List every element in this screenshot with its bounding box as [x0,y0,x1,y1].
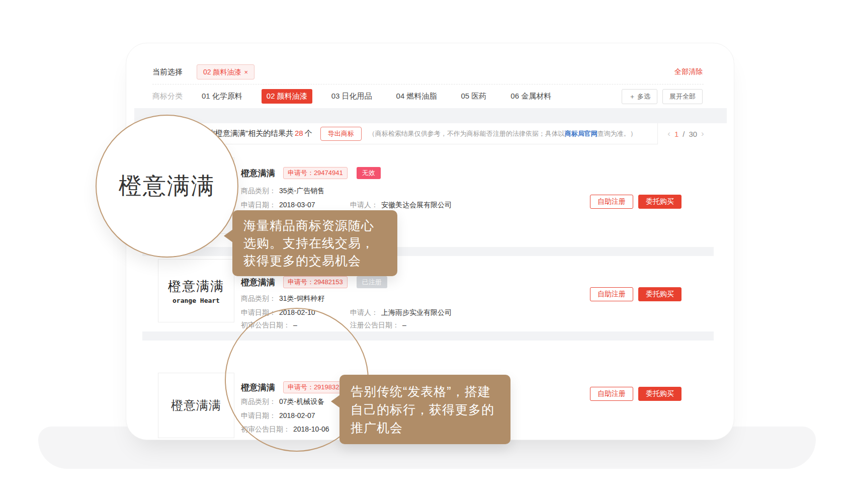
next-page-icon[interactable]: › [701,129,704,139]
row2-category-line: 商品类别：31类-饲料种籽 [241,294,623,303]
disclaimer-note: （商标检索结果仅供参考，不作为商标能否注册的法律依据；具体以商标局官网查询为准。… [369,129,637,138]
trademark-image-2: 橙意满满 orange Heart [158,259,234,322]
tooltip-text: 告别传统“发表格”，搭建自己的标行，获得更多的推广机会 [351,384,494,435]
total-pages: 30 [689,130,697,138]
section-gap [134,108,727,123]
expand-all-button[interactable]: 展开全部 [662,89,703,104]
category-tab-02-selected[interactable]: 02 颜料油漆 [262,89,312,104]
row1-category-line: 商品类别：35类-广告销售 [241,187,623,196]
self-register-button[interactable]: 自助注册 [590,387,633,401]
category-row: 商标分类 01 化学原料 02 颜料油漆 03 日化用品 04 燃料油脂 05 … [142,85,714,108]
row1-title-line: 橙意满满 申请号：29474941 无效 [241,167,623,179]
selected-filter-chip[interactable]: 02 颜料油漆× [197,64,254,79]
result-row-2: 橙意满满 orange Heart 橙意满满 申请号：29482153 已注册 … [142,256,714,331]
application-number-chip: 申请号：29474941 [283,167,348,179]
row1-date-line: 申请日期：2018-03-07 申请人：安徽美达会展有限公司 [241,201,623,210]
results-header: 当前分类下检索到“橙意满满”相关的结果共28个 导出商标 （商标检索结果仅供参考… [142,123,714,144]
self-register-button[interactable]: 自助注册 [590,287,633,301]
category-label: 商标分类 [152,92,183,101]
export-trademark-button[interactable]: 导出商标 [320,127,362,141]
trademark-image-3: 橙意满满 [158,373,234,438]
current-selection-label: 当前选择 [152,67,183,77]
page: 当前选择 02 颜料油漆× 全部清除 商标分类 01 化学原料 02 颜料油漆 … [0,0,853,504]
application-number-chip: 申请号：29482153 [283,276,348,288]
clear-all-button[interactable]: 全部清除 [674,67,703,76]
filter-chip-label: 02 颜料油漆 [203,68,241,76]
magnifier-lens: 橙意满满 [96,115,238,258]
pagination: ‹ 1 / 30 › [657,123,714,144]
trademark-office-link[interactable]: 商标局官网 [565,130,598,137]
callout-tooltip-1: 海量精品商标资源随心选购。支持在线交易，获得更多的交易机会 [232,210,397,276]
category-tab-04[interactable]: 04 燃料油脂 [391,89,442,104]
current-selection-row: 当前选择 02 颜料油漆× 全部清除 [142,60,714,84]
category-tab-05[interactable]: 05 医药 [456,89,491,104]
status-badge-registered: 已注册 [357,276,387,288]
results-count: 28 [295,129,303,137]
multi-select-button[interactable]: ＋ 多选 [622,89,657,104]
lens-trademark-text: 橙意满满 [119,171,215,202]
trademark-name: 橙意满满 [241,169,275,178]
trademark-name: 橙意满满 [241,278,275,287]
category-tab-06[interactable]: 06 金属材料 [505,89,556,104]
row2-title-line: 橙意满满 申请号：29482153 已注册 [241,276,623,288]
page-separator: / [683,130,685,138]
trademark-image-text: 橙意满满 [168,278,224,295]
trademark-image-subtext: orange Heart [173,297,220,304]
category-tab-03[interactable]: 03 日化用品 [326,89,377,104]
entrust-buy-button[interactable]: 委托购买 [638,195,681,209]
trademark-image-text: 橙意满满 [171,397,221,413]
tooltip-arrow-left-icon [331,395,340,408]
category-tab-01[interactable]: 01 化学原料 [197,89,247,104]
entrust-buy-button[interactable]: 委托购买 [638,287,681,301]
self-register-button[interactable]: 自助注册 [590,195,633,209]
tooltip-arrow-left-icon [224,229,233,242]
entrust-buy-button[interactable]: 委托购买 [638,387,681,401]
prev-page-icon[interactable]: ‹ [667,129,670,139]
filter-panel: 当前选择 02 颜料油漆× 全部清除 商标分类 01 化学原料 02 颜料油漆 … [142,60,714,108]
tooltip-text: 海量精品商标资源随心选购。支持在线交易，获得更多的交易机会 [243,218,374,268]
status-badge-invalid: 无效 [357,167,381,179]
callout-tooltip-2: 告别传统“发表格”，搭建自己的标行，获得更多的推广机会 [339,375,510,444]
current-page: 1 [674,130,678,138]
chip-close-icon[interactable]: × [244,68,248,76]
